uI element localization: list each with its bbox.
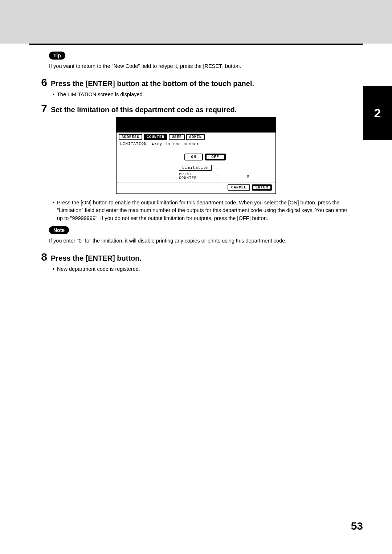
on-button[interactable]: ON [184,154,203,160]
tip-badge: Tip [49,52,65,60]
print-label-l2: COUNTER [179,176,197,180]
print-counter-value: 0 [222,175,252,179]
print-label-l1: PRINT [179,172,192,176]
limitation-value: - [222,166,252,170]
screen-footer: CANCEL ENTER [117,183,275,193]
tab-admin[interactable]: ADMIN [186,134,205,140]
screen-tabs: ADDRESS COUNTER USER ADMIN [117,133,275,141]
step-7: 7 Set the limitation of this department … [29,102,363,115]
step-7-bullet: Press the [ON] button to enable the outp… [53,199,348,223]
on-off-row: ON OFF [117,154,275,160]
key-in-hint: ▶Key in the number [152,142,199,146]
step-title: Press the [ENTER] button at the bottom o… [51,79,254,88]
screen-subheader: LIMITATION ▶Key in the number [117,141,275,147]
step-8-bullet: New department code is registered. [53,265,348,273]
tab-counter[interactable]: COUNTER [144,134,167,140]
chapter-side-tab: 2 [363,86,392,140]
note-badge: Note [49,226,69,234]
page-number: 53 [351,520,363,532]
step-6-bullet: The LIMITATION screen is displayed. [53,91,348,99]
colon: : [212,166,222,170]
step-title: Press the [ENTER] button. [51,253,142,263]
step-number: 7 [31,102,47,115]
print-counter-row: PRINT COUNTER : 0 [117,171,275,182]
tab-user[interactable]: USER [169,134,185,140]
limitation-field[interactable]: Limitation [179,165,212,171]
limitation-label: LIMITATION [120,142,147,146]
note-text: If you enter "0" for the limitation, it … [49,237,348,245]
content-area: Tip If you want to return to the "New Co… [0,44,392,273]
step-number: 8 [31,251,47,263]
top-gray-bar [0,0,392,44]
screen-body: ADDRESS COUNTER USER ADMIN LIMITATION ▶K… [117,133,275,194]
section-divider [29,44,363,45]
step-6: 6 Press the [ENTER] button at the bottom… [29,76,363,89]
off-button[interactable]: OFF [205,154,226,160]
limitation-screen-figure: ADDRESS COUNTER USER ADMIN LIMITATION ▶K… [116,117,276,194]
tip-text: If you want to return to the "New Code" … [49,62,348,70]
limitation-field-row: Limitation : - [117,164,275,171]
colon: : [212,175,222,179]
cancel-button[interactable]: CANCEL [228,184,250,191]
tab-address[interactable]: ADDRESS [119,134,142,140]
print-counter-label: PRINT COUNTER [179,173,212,180]
step-number: 6 [31,76,47,89]
step-title: Set the limitation of this department co… [51,105,237,114]
screen-topbar [117,117,275,133]
step-8: 8 Press the [ENTER] button. [29,251,363,263]
enter-button[interactable]: ENTER [252,184,272,191]
